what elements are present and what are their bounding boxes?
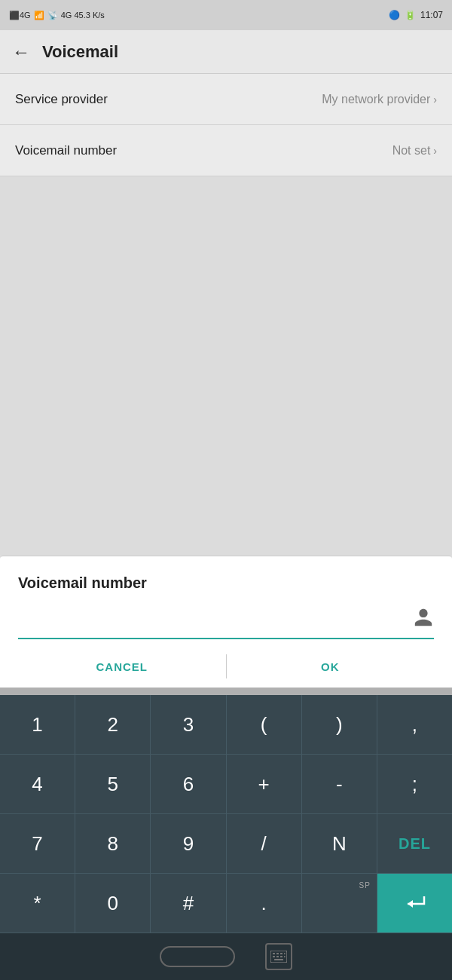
svg-rect-10: [274, 959, 283, 960]
svg-rect-5: [284, 953, 286, 954]
key-open-paren[interactable]: (: [227, 695, 302, 754]
keyboard: 1 2 3 ( ) , 4 5 6 + - ; 7 8 9 / N DEL * …: [0, 695, 452, 933]
key-0[interactable]: 0: [75, 874, 151, 933]
service-provider-value: My network provider ›: [322, 93, 437, 106]
service-provider-text: My network provider: [322, 93, 430, 106]
voicemail-number-label: Voicemail number: [15, 143, 117, 158]
time-display: 11:07: [420, 10, 443, 20]
svg-rect-8: [280, 956, 282, 957]
settings-area: Service provider My network provider › V…: [0, 74, 452, 556]
battery-icon: 🔋: [405, 10, 416, 20]
key-6[interactable]: 6: [151, 755, 226, 813]
nav-bar: [0, 933, 452, 980]
status-bar: ⬛4G 📶 📡 4G 45.3 K/s 🔵 🔋 11:07: [0, 0, 452, 30]
key-5[interactable]: 5: [75, 755, 151, 813]
key-comma[interactable]: ,: [377, 695, 452, 754]
key-slash[interactable]: /: [227, 814, 302, 873]
key-dot[interactable]: .: [227, 874, 302, 933]
dialog-input-row: [18, 607, 434, 639]
contact-icon[interactable]: [413, 607, 434, 635]
settings-list: Service provider My network provider › V…: [0, 74, 452, 176]
service-provider-item[interactable]: Service provider My network provider ›: [0, 74, 452, 125]
key-2[interactable]: 2: [75, 695, 151, 754]
enter-key[interactable]: [377, 874, 452, 933]
keyboard-row-4: * 0 # . SP: [0, 874, 452, 933]
gray-spacer: [0, 176, 452, 556]
svg-rect-3: [276, 953, 279, 954]
voicemail-number-input[interactable]: [18, 613, 407, 635]
network-indicator: ⬛4G: [9, 11, 31, 20]
keyboard-row-1: 1 2 3 ( ) ,: [0, 695, 452, 755]
service-provider-chevron: ›: [433, 93, 437, 106]
toolbar: ← Voicemail: [0, 30, 452, 74]
key-4[interactable]: 4: [0, 755, 75, 813]
key-n[interactable]: N: [302, 814, 377, 873]
dialog-title: Voicemail number: [18, 574, 434, 592]
page-title: Voicemail: [42, 42, 118, 62]
key-7[interactable]: 7: [0, 814, 75, 873]
key-hash[interactable]: #: [151, 874, 226, 933]
delete-key[interactable]: DEL: [377, 814, 452, 873]
key-9[interactable]: 9: [151, 814, 226, 873]
key-star[interactable]: *: [0, 874, 75, 933]
sp-label: SP: [359, 881, 371, 890]
voicemail-number-value: Not set ›: [392, 144, 437, 158]
dialog-actions: CANCEL OK: [18, 645, 434, 688]
key-semicolon[interactable]: ;: [377, 755, 452, 813]
status-right: 🔵 🔋 11:07: [389, 10, 443, 20]
svg-rect-4: [280, 953, 282, 954]
voicemail-dialog: Voicemail number CANCEL OK: [0, 556, 452, 688]
keyboard-toggle-button[interactable]: [265, 943, 292, 970]
voicemail-number-chevron: ›: [433, 145, 437, 157]
key-8[interactable]: 8: [75, 814, 151, 873]
voicemail-number-text: Not set: [392, 144, 431, 158]
svg-rect-9: [284, 956, 286, 957]
svg-rect-2: [273, 953, 275, 954]
service-provider-label: Service provider: [15, 92, 108, 107]
svg-rect-7: [276, 956, 279, 957]
keyboard-row-3: 7 8 9 / N DEL: [0, 814, 452, 874]
home-button[interactable]: [160, 946, 235, 967]
key-plus[interactable]: +: [227, 755, 302, 813]
svg-marker-0: [408, 900, 413, 908]
status-left: ⬛4G 📶 📡 4G 45.3 K/s: [9, 11, 105, 20]
key-1[interactable]: 1: [0, 695, 75, 754]
back-button[interactable]: ←: [12, 41, 30, 63]
ok-button[interactable]: OK: [227, 645, 435, 688]
voicemail-number-item[interactable]: Voicemail number Not set ›: [0, 125, 452, 176]
key-sp[interactable]: SP: [302, 874, 377, 933]
keyboard-row-2: 4 5 6 + - ;: [0, 755, 452, 814]
data-speed: 4G 45.3 K/s: [61, 11, 105, 20]
keyboard-spacer: [0, 688, 452, 695]
key-3[interactable]: 3: [151, 695, 226, 754]
key-minus[interactable]: -: [302, 755, 377, 813]
cancel-button[interactable]: CANCEL: [18, 645, 226, 688]
wifi-icon: 📡: [47, 11, 58, 20]
bluetooth-icon: 🔵: [389, 10, 400, 20]
key-close-paren[interactable]: ): [302, 695, 377, 754]
svg-rect-6: [273, 956, 275, 957]
signal-strength: 📶: [34, 11, 44, 20]
